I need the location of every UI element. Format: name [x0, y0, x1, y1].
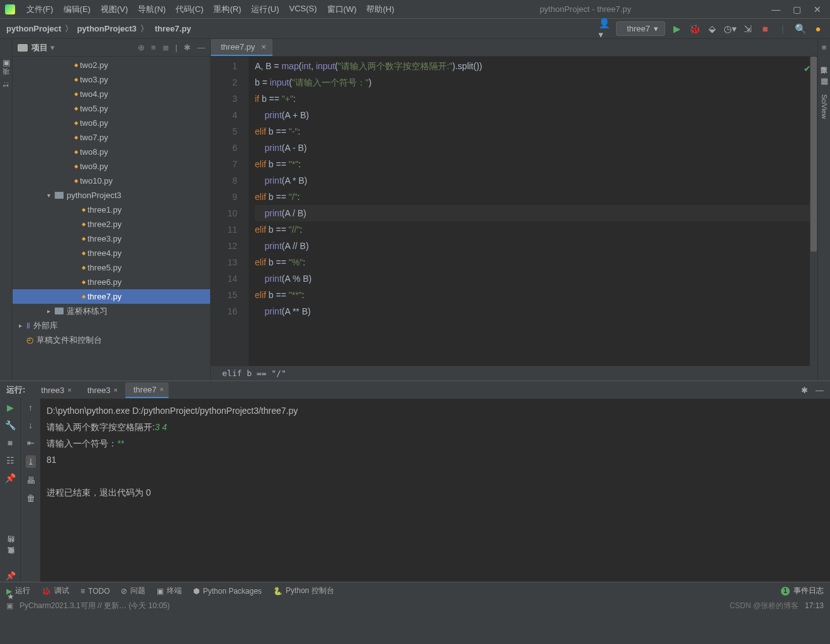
trash-icon[interactable]: 🗑: [26, 493, 35, 503]
tree-item[interactable]: two9.py: [13, 159, 210, 174]
editor-tab[interactable]: three7.py ×: [211, 39, 272, 56]
console-output[interactable]: D:\python\python.exe D:/pythonProject/py…: [40, 399, 830, 582]
project-tree[interactable]: two2.pytwo3.pytwo4.pytwo5.pytwo6.pytwo7.…: [13, 57, 210, 380]
chevron-down-icon[interactable]: ▾: [50, 43, 55, 52]
pin-icon[interactable]: 📌: [6, 571, 16, 580]
tree-item[interactable]: three3.py: [13, 231, 210, 246]
tree-item[interactable]: three7.py: [13, 289, 210, 304]
locate-icon[interactable]: ⊕: [138, 43, 145, 52]
problems-tool-button[interactable]: ⊘问题: [121, 586, 145, 596]
close-icon[interactable]: ×: [160, 386, 164, 393]
tree-item[interactable]: three4.py: [13, 246, 210, 260]
tree-item[interactable]: two3.py: [13, 72, 210, 87]
divider: |: [777, 23, 788, 34]
tree-item[interactable]: two7.py: [13, 130, 210, 145]
pin-icon[interactable]: 📌: [5, 473, 16, 483]
maximize-button[interactable]: ▢: [793, 4, 801, 14]
sciview-label[interactable]: SciView: [821, 94, 828, 119]
breadcrumb-item[interactable]: three7.py: [152, 24, 191, 33]
close-icon[interactable]: ×: [114, 386, 118, 394]
tree-item[interactable]: two6.py: [13, 116, 210, 130]
editor-breadcrumb[interactable]: elif b == "/": [211, 366, 817, 380]
menu-item[interactable]: 窗口(W): [322, 4, 362, 15]
tree-item[interactable]: ▸蓝桥杯练习: [13, 304, 210, 318]
menu-item[interactable]: 导航(N): [133, 4, 171, 15]
debug-tool-button[interactable]: 🐞调试: [42, 586, 69, 596]
left-strip-icon[interactable]: ▣: [3, 58, 10, 67]
star-icon[interactable]: ★: [7, 592, 14, 601]
chevron-down-icon: ▾: [654, 24, 658, 33]
todo-tool-button[interactable]: ≡TODO: [81, 587, 109, 596]
expand-icon[interactable]: ≡: [151, 43, 156, 52]
python-console-button[interactable]: 🐍Python 控制台: [273, 586, 334, 596]
attach-button[interactable]: ⇲: [742, 23, 753, 35]
terminal-tool-button[interactable]: ▣终端: [157, 586, 182, 596]
user-icon[interactable]: 👤▾: [598, 18, 610, 40]
tree-item[interactable]: ▸⫴外部库: [13, 318, 210, 333]
sciview-icon[interactable]: ▦: [821, 76, 828, 86]
search-everywhere-button[interactable]: 🔍: [795, 23, 806, 35]
layout-icon[interactable]: ☷: [6, 455, 14, 465]
gear-icon[interactable]: ✱: [184, 43, 191, 52]
tree-item[interactable]: two8.py: [13, 145, 210, 159]
tree-item[interactable]: three1.py: [13, 203, 210, 217]
stop-button[interactable]: ■: [8, 438, 13, 448]
tree-item[interactable]: ▾pythonProject3: [13, 188, 210, 203]
tree-item[interactable]: two10.py: [13, 174, 210, 188]
ide-update-button[interactable]: ●: [812, 23, 824, 34]
menu-item[interactable]: 文件(F): [21, 4, 59, 15]
debug-button[interactable]: 🐞: [689, 23, 700, 35]
tree-item[interactable]: three5.py: [13, 260, 210, 275]
run-tab[interactable]: three3×: [33, 382, 76, 398]
tree-item[interactable]: ◴草稿文件和控制台: [13, 333, 210, 347]
tree-item[interactable]: three6.py: [13, 275, 210, 289]
menu-item[interactable]: 帮助(H): [361, 4, 399, 15]
collapse-icon[interactable]: ≣: [162, 43, 169, 52]
gear-icon[interactable]: ✱: [801, 386, 808, 395]
menu-item[interactable]: 编辑(E): [59, 4, 96, 15]
tree-item[interactable]: two4.py: [13, 87, 210, 101]
tree-item[interactable]: two5.py: [13, 101, 210, 116]
print-icon[interactable]: 🖶: [26, 475, 35, 486]
database-icon[interactable]: ≡: [822, 43, 827, 52]
profile-button[interactable]: ◷▾: [724, 23, 736, 35]
breadcrumb-item[interactable]: pythonProject3: [77, 24, 137, 33]
rerun-button[interactable]: ▶: [7, 402, 14, 413]
clock: 17:13: [805, 601, 824, 610]
menu-item[interactable]: 代码(C): [171, 4, 208, 15]
menu-item[interactable]: 运行(U): [246, 4, 284, 15]
minimize-button[interactable]: —: [771, 4, 780, 14]
menu-item[interactable]: 视图(V): [96, 4, 133, 15]
wrench-icon[interactable]: 🔧: [5, 420, 16, 430]
soft-wrap-icon[interactable]: ⇤: [27, 438, 35, 448]
down-arrow-icon[interactable]: ↓: [28, 420, 33, 430]
scroll-end-icon[interactable]: ⤓: [26, 455, 36, 468]
editor-body[interactable]: ✔ 12345678910111213141516 A, B = map(int…: [211, 57, 817, 366]
event-log-button[interactable]: 1 事件日志: [781, 586, 824, 596]
run-config-selector[interactable]: three7 ▾: [616, 21, 665, 36]
breadcrumb-item[interactable]: pythonProject: [6, 24, 61, 33]
toolbar-right: 👤▾ three7 ▾ ▶ 🐞 ⬙ ◷▾ ⇲ ■ | 🔍 ●: [598, 18, 824, 40]
tree-item[interactable]: two2.py: [13, 58, 210, 72]
menu-item[interactable]: 重构(R): [208, 4, 246, 15]
code-area[interactable]: A, B = map(int, input("请输入两个数字按空格隔开:").s…: [249, 57, 817, 366]
run-tab[interactable]: three7×: [125, 382, 169, 398]
editor-scrollbar[interactable]: [810, 57, 817, 366]
close-button[interactable]: ✕: [814, 4, 821, 14]
ide-status[interactable]: PyCharm2021.3.1可用 // 更新… (今天 10:05): [20, 601, 170, 611]
tree-item[interactable]: three2.py: [13, 217, 210, 231]
close-icon[interactable]: ×: [261, 42, 266, 52]
close-icon[interactable]: ×: [67, 386, 71, 394]
python-packages-button[interactable]: ⬢Python Packages: [193, 587, 261, 596]
left-strip-label[interactable]: 1: 项: [1, 80, 11, 87]
menu-item[interactable]: VCS(S): [284, 4, 322, 15]
stop-button[interactable]: ■: [760, 23, 771, 34]
up-arrow-icon[interactable]: ↑: [28, 402, 33, 413]
hide-icon[interactable]: —: [816, 386, 824, 395]
run-button[interactable]: ▶: [671, 23, 683, 35]
titlebar: 文件(F)编辑(E)视图(V)导航(N)代码(C)重构(R)运行(U)VCS(S…: [0, 0, 830, 19]
run-tab[interactable]: three3×: [79, 382, 123, 398]
coverage-button[interactable]: ⬙: [707, 23, 718, 35]
breadcrumb-sep-icon: 〉: [65, 23, 73, 35]
hide-icon[interactable]: —: [197, 43, 205, 52]
